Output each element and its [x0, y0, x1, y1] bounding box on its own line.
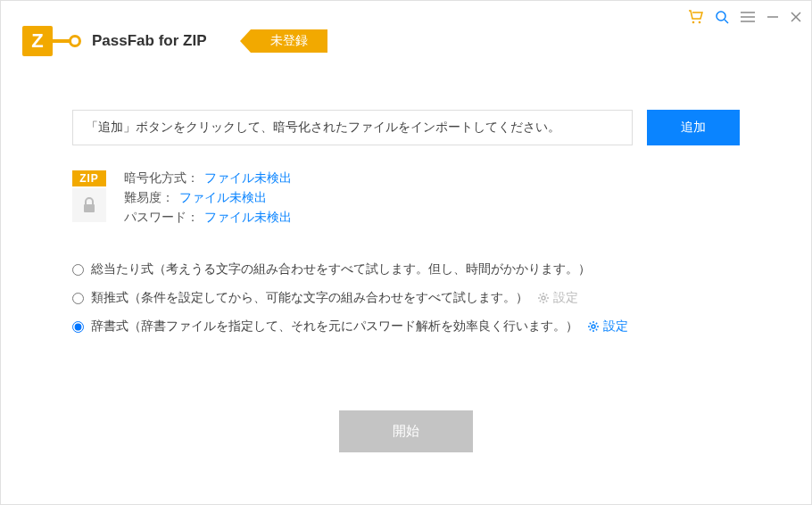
method-brute-force-label: 総当たり式（考えうる文字の組み合わせをすべて試します。但し、時間がかかります。） — [91, 261, 591, 277]
add-button[interactable]: 追加 — [647, 110, 740, 145]
gear-icon — [537, 292, 550, 304]
dictionary-settings-link[interactable]: 設定 — [587, 319, 628, 335]
svg-point-12 — [592, 325, 595, 328]
key-stem-icon — [53, 39, 70, 43]
start-button[interactable]: 開始 — [339, 410, 473, 452]
radio-mask[interactable] — [72, 293, 84, 304]
file-icon-column: ZIP — [72, 170, 106, 226]
svg-point-1 — [699, 21, 701, 24]
cart-icon[interactable] — [688, 10, 704, 28]
encryption-value: ファイル未検出 — [204, 170, 292, 186]
main-content: 「追加」ボタンをクリックして、暗号化されたファイルをインポートしてください。 追… — [1, 56, 811, 452]
method-mask-label: 類推式（条件を設定してから、可能な文字の組み合わせをすべて試します。） — [91, 290, 528, 306]
svg-point-2 — [717, 12, 725, 21]
difficulty-label: 難易度： — [124, 190, 174, 206]
menu-icon[interactable] — [740, 11, 756, 27]
radio-brute-force[interactable] — [72, 264, 84, 276]
attack-methods: 総当たり式（考えうる文字の組み合わせをすべて試します。但し、時間がかかります。）… — [72, 261, 740, 335]
method-dictionary-label: 辞書式（辞書ファイルを指定して、それを元にパスワード解析を効率良く行います。） — [91, 319, 578, 335]
svg-point-11 — [542, 296, 545, 300]
mask-settings-link: 設定 — [537, 290, 578, 306]
difficulty-value: ファイル未検出 — [179, 190, 267, 206]
registration-badge[interactable]: 未登録 — [251, 29, 327, 53]
close-icon[interactable] — [790, 11, 802, 27]
import-row: 「追加」ボタンをクリックして、暗号化されたファイルをインポートしてください。 追… — [72, 110, 740, 145]
method-dictionary[interactable]: 辞書式（辞書ファイルを指定して、それを元にパスワード解析を効率良く行います。） … — [72, 319, 740, 335]
key-ring-icon — [69, 35, 81, 47]
import-field[interactable]: 「追加」ボタンをクリックして、暗号化されたファイルをインポートしてください。 — [72, 110, 633, 145]
logo-icon: Z — [22, 26, 53, 56]
method-mask[interactable]: 類推式（条件を設定してから、可能な文字の組み合わせをすべて試します。） 設定 — [72, 290, 740, 306]
radio-dictionary[interactable] — [72, 321, 84, 333]
file-info-lines: 暗号化方式：ファイル未検出 難易度：ファイル未検出 パスワード：ファイル未検出 — [124, 170, 292, 226]
method-brute-force[interactable]: 総当たり式（考えうる文字の組み合わせをすべて試します。但し、時間がかかります。） — [72, 261, 740, 277]
password-value: ファイル未検出 — [204, 210, 292, 226]
password-label: パスワード： — [124, 210, 199, 226]
svg-line-3 — [725, 20, 728, 23]
window-controls — [688, 10, 802, 28]
svg-point-0 — [692, 21, 695, 24]
svg-rect-10 — [84, 204, 95, 212]
encryption-label: 暗号化方式： — [124, 170, 199, 186]
file-info: ZIP 暗号化方式：ファイル未検出 難易度：ファイル未検出 パスワード：ファイル… — [72, 170, 740, 226]
gear-icon — [587, 320, 600, 333]
search-icon[interactable] — [715, 10, 729, 28]
product-name: PassFab for ZIP — [92, 32, 206, 50]
minimize-icon[interactable] — [766, 11, 779, 27]
zip-tag: ZIP — [72, 170, 106, 186]
lock-icon — [72, 188, 106, 222]
